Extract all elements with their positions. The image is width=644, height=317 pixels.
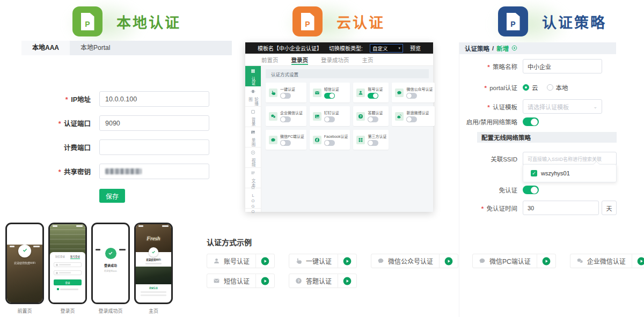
time-unit-box[interactable]: 天	[602, 201, 617, 215]
play-icon[interactable]	[261, 257, 269, 266]
template-type-select[interactable]: 自定义 ▾	[370, 44, 403, 53]
auth-method-toggle[interactable]	[324, 140, 335, 146]
radio-cloud[interactable]	[523, 84, 529, 91]
chevron-down-icon: ▾	[398, 46, 400, 50]
tab-local-aaa[interactable]: 本地AAA	[21, 41, 70, 55]
video-icon	[251, 148, 255, 157]
template-tab-主页[interactable]: 主页	[362, 54, 374, 65]
sidebar-item-label: 单图	[250, 138, 256, 147]
play-icon[interactable]	[343, 277, 352, 285]
document-glyph: P	[507, 13, 520, 31]
auth-method-toggle[interactable]	[406, 116, 417, 122]
phone-mockup-home: Fresh 欢迎使用WiFi 商家信息	[134, 223, 173, 304]
chevron-down-icon: ⌄	[593, 104, 597, 109]
local-auth-title: 本地认证	[116, 11, 181, 32]
examples-title: 认证方式示例	[207, 237, 644, 247]
sidebar-item-背景[interactable]: 背景	[245, 107, 261, 127]
question-icon: ?	[295, 277, 302, 284]
auth-method-body: 微信公众号认证	[406, 86, 433, 99]
username-field[interactable]	[54, 262, 82, 267]
sidebar-item-单图[interactable]: 单图	[245, 127, 261, 148]
auth-method-toggle[interactable]	[324, 93, 335, 99]
policy-header: P 认证策略	[498, 6, 606, 36]
auth-template-select[interactable]: 请选择认证模板 ⌄	[523, 99, 602, 114]
required-asterisk: *	[58, 168, 61, 176]
auth-method-label: 第三方认证	[368, 134, 386, 139]
breadcrumb-root[interactable]: 认证策略	[465, 44, 489, 53]
example-label: 微信PC端认证	[489, 256, 531, 266]
auth-method-toggle[interactable]	[368, 140, 378, 146]
template-tab-前置页[interactable]: 前置页	[261, 54, 279, 65]
auth-methods-section-title: 认证方式设置	[266, 69, 429, 78]
policy-name-input[interactable]: 中小企业	[523, 59, 602, 73]
example-label: 答题认证	[306, 276, 332, 285]
sidebar-item-视频[interactable]: 视频	[245, 148, 261, 168]
example-button-微信公众号认证[interactable]: 微信公众号认证	[371, 254, 458, 268]
enable-policy-toggle[interactable]	[523, 117, 539, 126]
tab-sms-login[interactable]: 短信登录	[55, 255, 65, 259]
checkbox-icon[interactable]	[57, 288, 59, 290]
example-button-短信认证[interactable]: 短信认证	[207, 274, 275, 288]
auth-method-toggle[interactable]	[280, 116, 291, 122]
auth-method-toggle[interactable]	[280, 140, 291, 146]
phone-caption: 登录成功页	[90, 307, 131, 314]
play-icon[interactable]	[343, 257, 352, 266]
auth-method-toggle[interactable]	[368, 116, 378, 122]
hand-icon	[269, 89, 277, 97]
question-icon: ?	[356, 112, 365, 121]
sidebar-item-轮播图[interactable]: 轮播图	[245, 86, 261, 107]
facebook-icon	[313, 136, 321, 144]
auth-method-toggle[interactable]	[280, 93, 291, 99]
auth-method-toggle[interactable]	[368, 93, 378, 99]
password-field[interactable]	[54, 270, 82, 275]
policy-name-label: * 策略名称	[459, 62, 523, 71]
field-input-共享密钥[interactable]	[99, 164, 209, 179]
example-button-账号认证[interactable]: 账号认证	[207, 254, 275, 268]
field-input-IP地址[interactable]: 10.0.0.100	[99, 91, 209, 107]
ssid-option-label[interactable]: wszyhys01	[541, 170, 570, 176]
example-button-企业微信认证[interactable]: 企业微信认证	[570, 254, 644, 268]
example-label: 短信认证	[224, 276, 250, 285]
example-label: 企业微信认证	[587, 256, 626, 266]
preview-button[interactable]: 预览	[410, 44, 421, 52]
template-tab-登录成功页[interactable]: 登录成功页	[321, 54, 349, 65]
tab-local-portal[interactable]: 本地Portal	[70, 41, 121, 55]
example-button-答题认证[interactable]: ?答题认证	[289, 274, 357, 288]
auth-method-card: 短信认证	[310, 83, 350, 102]
play-icon[interactable]	[261, 277, 269, 285]
field-input-计费端口[interactable]	[99, 139, 209, 155]
example-label: 微信公众号认证	[388, 256, 433, 266]
square-icon	[251, 107, 255, 116]
auth-method-card: 账号认证	[353, 83, 389, 102]
cloud-auth-header: P 云认证	[292, 6, 385, 36]
login-button[interactable]: 登录	[54, 279, 82, 285]
play-icon[interactable]	[542, 257, 551, 266]
example-button-微信PC端认证[interactable]: 微信PC端认证	[472, 254, 556, 268]
field-input-认证端口[interactable]: 9090	[99, 115, 209, 131]
brand-neon-text: Fresh	[147, 235, 160, 241]
sidebar-item-LOGO[interactable]: LOGO	[245, 188, 261, 209]
policy-title: 认证策略	[542, 11, 606, 32]
divider	[255, 274, 256, 287]
free-auth-toggle[interactable]	[523, 186, 539, 194]
example-button-一键认证[interactable]: 一键认证	[289, 254, 357, 268]
editor-main: 认证方式设置 一键认证短信认证账号认证微信公众号认证企业微信认证钉钉认证?答题认…	[261, 66, 433, 212]
enable-policy-label: 启用/禁用网络策略	[459, 117, 523, 126]
sidebar-item-认证[interactable]: 认证	[245, 66, 261, 86]
auth-method-card: 一键认证	[266, 83, 306, 102]
template-tab-登录页[interactable]: 登录页	[291, 54, 309, 65]
auth-method-body: 短信认证	[324, 86, 339, 99]
tab-account-login[interactable]: 账号登录	[70, 255, 80, 259]
auth-method-toggle[interactable]	[324, 116, 335, 122]
lock-icon	[56, 272, 58, 274]
free-auth-time-input[interactable]: 30	[523, 201, 599, 215]
auth-method-toggle[interactable]	[406, 93, 417, 99]
bubbles-icon	[576, 257, 583, 264]
play-icon[interactable]	[637, 257, 644, 266]
play-icon[interactable]	[444, 257, 453, 266]
store-photo	[50, 224, 85, 255]
ssid-checkbox[interactable]: ✓	[531, 170, 537, 176]
auth-method-label: 钉钉认证	[324, 110, 339, 115]
radio-local[interactable]	[547, 84, 553, 91]
save-button[interactable]: 保存	[99, 189, 125, 203]
